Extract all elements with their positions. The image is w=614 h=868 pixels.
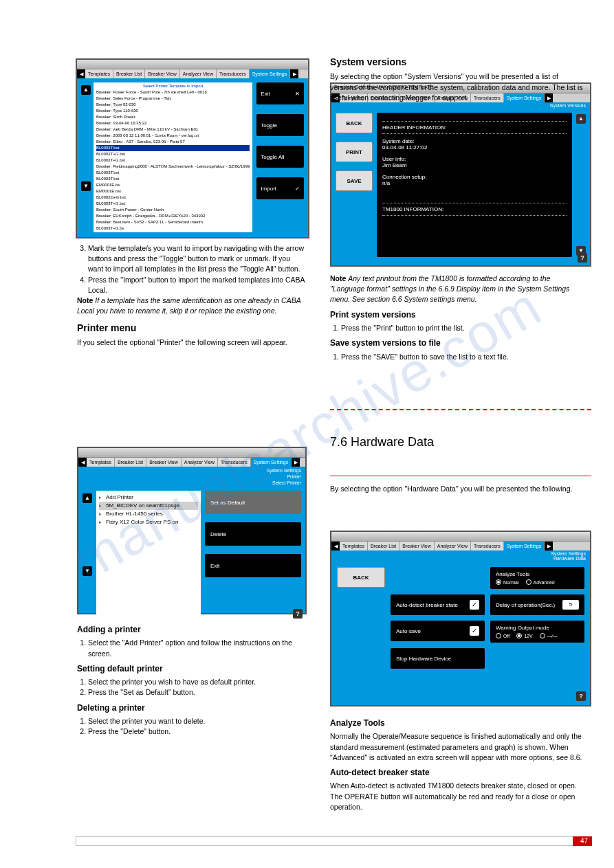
hardware-data-heading: 7.6 Hardware Data <box>330 433 584 451</box>
delay-input[interactable]: 5 <box>562 600 579 610</box>
window-titlebar <box>331 532 590 542</box>
stop-hardware-button[interactable]: Stop Hardware Device <box>391 648 485 669</box>
toggle-button[interactable]: Toggle <box>256 114 304 136</box>
list-item[interactable]: Breaker: Simh Power <box>96 114 250 120</box>
exit-button[interactable]: Exit <box>205 554 301 577</box>
list-item[interactable]: Breaker: Power Force - South Pole - 7th … <box>96 89 250 96</box>
template-list[interactable]: Select Printer Template to Import Breake… <box>94 82 252 232</box>
print-button[interactable]: PRINT <box>336 142 373 162</box>
printer-list[interactable]: Add Printer5M_BICDEV on searnf01psgeBrot… <box>96 491 201 617</box>
auto-detect-card[interactable]: Auto-detect breaker state ✓ <box>391 594 485 615</box>
checkbox-icon[interactable]: ✓ <box>470 626 479 636</box>
warn-12v-radio[interactable]: 12V <box>516 633 532 638</box>
scroll-down-icon[interactable]: ▼ <box>83 566 92 576</box>
warn-off-radio[interactable]: Off <box>496 633 509 638</box>
tab-analyzer-view[interactable]: Analyzer View <box>435 542 471 550</box>
tab-templates[interactable]: Templates <box>340 542 368 550</box>
list-item[interactable]: BL0003T.bst <box>96 176 250 182</box>
list-item[interactable]: Breaker: web Berda DRM - Mitte 110 kV - … <box>96 126 250 133</box>
scroll-up-icon[interactable]: ▲ <box>576 114 586 124</box>
page-number: 47 <box>580 836 588 847</box>
list-item[interactable]: Breaker: 2003 03 12 11:00:01 - Conta Roo… <box>96 133 250 139</box>
list-item[interactable]: 5M_BICDEV on searnf01psge <box>99 502 198 510</box>
tab-bar: ◀ Templates Breaker List Breaker View An… <box>77 69 308 78</box>
help-icon[interactable]: ? <box>578 253 587 263</box>
list-header: Select Printer Template to Import <box>96 84 250 88</box>
tab-breaker-list[interactable]: Breaker List <box>368 542 399 550</box>
list-item[interactable]: BL0003T+G.bs <box>96 225 250 232</box>
tab-system-settings[interactable]: System Settings <box>250 69 291 78</box>
tab-left-arrow[interactable]: ◀ <box>77 69 85 78</box>
hardware-data-heading-block: 7.6 Hardware Data <box>330 433 584 455</box>
tab-breaker-view[interactable]: Breaker View <box>145 69 180 78</box>
list-item[interactable]: BL0002T+G.bst <box>96 157 250 164</box>
list-item[interactable]: Breaker: Sales Force - Programme - Tidy <box>96 96 250 102</box>
list-item[interactable]: Breaker: Elbro - A37 - Sandbs, 523.06 - … <box>96 139 250 145</box>
list-item[interactable]: Fiery X12 Color Server PS on <box>99 518 198 526</box>
tab-transducers[interactable]: Transducers <box>217 69 250 78</box>
window-titlebar <box>77 60 308 69</box>
back-button[interactable]: BACK <box>336 113 373 133</box>
tab-templates[interactable]: Templates <box>87 458 115 467</box>
tab-bar: ◀ Templates Breaker List Breaker View An… <box>331 542 590 550</box>
sub-header: System Settings Printer Select Printer <box>78 467 305 487</box>
delay-card: Delay of operation(Sec.) 5 <box>490 594 584 615</box>
list-item[interactable]: BL0002T.bst <box>96 145 250 151</box>
tab-analyzer-view[interactable]: Analyzer View <box>180 69 217 78</box>
analyze-advanced-radio[interactable]: Advanced <box>526 579 555 585</box>
tab-right-arrow[interactable]: ▶ <box>290 69 298 78</box>
tab-left-arrow[interactable]: ◀ <box>331 542 340 550</box>
tab-breaker-view[interactable]: Breaker View <box>399 542 435 550</box>
list-item[interactable]: BL0003T+G.bst <box>96 201 250 207</box>
warn-dash-radio[interactable]: —⁄— <box>540 633 558 638</box>
scroll-up-icon[interactable]: ▲ <box>81 85 91 95</box>
auto-save-card[interactable]: Auto-save ✓ <box>391 621 485 641</box>
exit-button[interactable]: Exit✕ <box>256 82 304 104</box>
list-item[interactable]: Breaker: 03-04-06 16:35:22 <box>96 120 250 126</box>
list-item[interactable]: Add Printer <box>99 493 198 502</box>
checkbox-icon[interactable]: ✓ <box>470 600 479 610</box>
tab-bar: ◀ Templates Breaker List Breaker View An… <box>78 458 305 467</box>
close-icon: ✕ <box>295 91 300 97</box>
analyze-tools-card: Analyze Tools Normal Advanced <box>490 567 584 589</box>
list-item[interactable]: BL0002T+G.bst <box>96 151 250 157</box>
list-item[interactable]: Breaker: South Power - Center North <box>96 207 250 213</box>
tab-templates[interactable]: Templates <box>85 69 113 78</box>
connection-label: Connection setup: <box>382 174 567 180</box>
help-icon[interactable]: ? <box>576 691 586 701</box>
toggle-all-button[interactable]: Toggle All <box>256 146 304 168</box>
tab-system-settings[interactable]: System Settings <box>504 542 545 550</box>
list-item[interactable]: Brother HL-1450 series <box>99 510 198 518</box>
set-default-button[interactable]: Set as Default <box>205 491 301 514</box>
back-button[interactable]: BACK <box>337 567 385 588</box>
list-item[interactable]: Breaker: TC1T <box>96 232 250 232</box>
analyze-normal-radio[interactable]: Normal <box>496 579 519 585</box>
tab-left-arrow[interactable]: ◀ <box>78 458 87 467</box>
tab-transducers[interactable]: Transducers <box>218 458 251 467</box>
list-item[interactable]: EM0001E.bs <box>96 182 250 188</box>
list-item[interactable]: Breaker: Fieldmapping2008 - ALSTOM Sachs… <box>96 164 250 170</box>
save-button[interactable]: SAVE <box>336 170 373 191</box>
list-item[interactable]: EM0001E.bst <box>96 188 250 194</box>
help-icon[interactable]: ? <box>293 609 303 619</box>
tab-right-arrow[interactable]: ▶ <box>545 542 553 550</box>
list-item[interactable]: Breaker: Best item - SV52 - SAP2.11 - Se… <box>96 219 250 225</box>
tab-analyzer-view[interactable]: Analyzer View <box>182 458 218 467</box>
list-item[interactable]: Breaker: Type 02-030 <box>96 102 250 108</box>
tab-right-arrow[interactable]: ▶ <box>292 458 300 467</box>
list-item[interactable]: Breaker: Type 110-630 <box>96 108 250 114</box>
tab-breaker-view[interactable]: Breaker View <box>146 458 182 467</box>
printer-instructions: Adding a printer Select the "Add Printer… <box>77 620 305 737</box>
list-item[interactable]: BL0003T.bst <box>96 170 250 176</box>
scroll-up-icon[interactable]: ▲ <box>83 493 92 503</box>
tab-system-settings[interactable]: System Settings <box>251 458 292 467</box>
tab-breaker-list[interactable]: Breaker List <box>115 458 146 467</box>
list-item[interactable]: Breaker: EUKomph - Energetika - DRM+02EY… <box>96 213 250 219</box>
info-scroll-arrows: ▲ ▼ <box>576 113 586 257</box>
tab-transducers[interactable]: Transducers <box>471 542 504 550</box>
import-button[interactable]: Import✓ <box>256 177 304 199</box>
scroll-down-icon[interactable]: ▼ <box>81 181 91 191</box>
list-item[interactable]: BL0002D+G.bst <box>96 194 250 201</box>
tab-breaker-list[interactable]: Breaker List <box>113 69 145 78</box>
delete-button[interactable]: Delete <box>205 522 301 546</box>
